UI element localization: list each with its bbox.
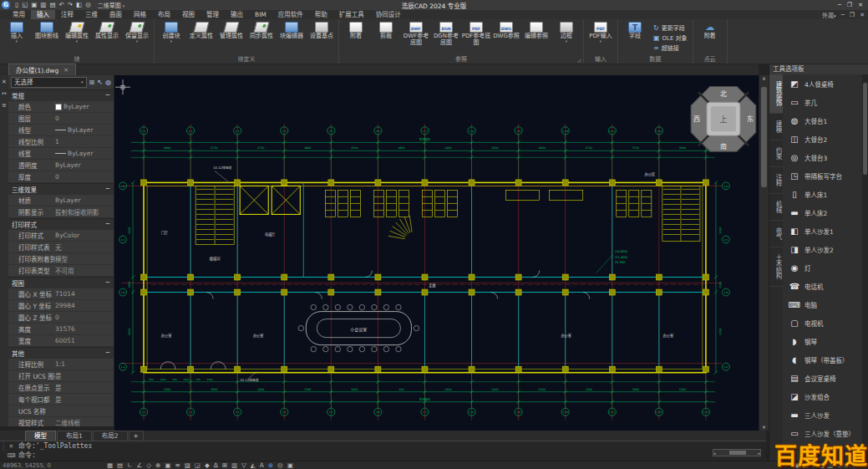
isometric-drafting-icon[interactable]: ◇	[146, 461, 151, 469]
command-window[interactable]: ⁞⁞ ✕ ⌨ 命令:'_ToolPalettes 命令: ◂ ▸	[0, 441, 766, 461]
palette-tab-电气[interactable]: 电气	[769, 221, 783, 247]
section-header-其他[interactable]: 其他−	[8, 347, 114, 359]
property-value[interactable]: 1:1	[55, 360, 114, 368]
ribbon-tab-视图[interactable]: 视图	[176, 10, 201, 19]
selection-cycling-icon[interactable]: ◲	[195, 461, 201, 469]
document-tab[interactable]: 办公楼(1).dwg ✕	[8, 64, 76, 75]
grid-display-icon[interactable]: ▤	[117, 461, 123, 469]
scrollbar-thumb[interactable]	[863, 83, 867, 175]
object-snap-icon[interactable]: ▣	[165, 461, 170, 469]
section-header-视图[interactable]: 视图−	[8, 277, 114, 288]
palette-tab-建筑装饰[interactable]: 建筑装饰	[769, 74, 783, 114]
ribbon-button-管理属性[interactable]: 管理属性	[216, 20, 246, 55]
ribbon-button-创建块[interactable]: 创建块▾	[156, 20, 186, 55]
palette-tab-机械[interactable]: 机械	[769, 194, 783, 221]
palette-item-沙发组合[interactable]: ◪沙发组合	[783, 387, 862, 405]
workspace-gear-icon[interactable]: ◎	[85, 0, 91, 10]
property-value[interactable]: ByLayer	[55, 103, 114, 110]
maximize-button[interactable]: ❐	[847, 2, 852, 8]
palette-item-单人沙发1[interactable]: ◧单人沙发1	[783, 222, 862, 240]
ribbon-button-块编辑器[interactable]: 块编辑器	[277, 20, 307, 55]
open-file-icon[interactable]: ◱	[22, 0, 28, 10]
property-value[interactable]: 60051	[55, 337, 114, 344]
collapse-icon[interactable]: −	[105, 349, 110, 358]
doc-restore-button[interactable]: ❐	[850, 12, 855, 18]
viewcube-north[interactable]: 北	[720, 90, 727, 98]
viewcube-east[interactable]: 东	[747, 115, 754, 123]
section-header-打印样式[interactable]: 打印样式−	[8, 218, 114, 230]
ribbon-tab-曲面[interactable]: 曲面	[104, 10, 128, 19]
property-value[interactable]: 29984	[55, 302, 114, 309]
collapse-icon[interactable]: −	[105, 91, 110, 100]
workspace-dropdown[interactable]: 二维草图▾	[98, 1, 125, 9]
plot-icon[interactable]: ▤	[49, 0, 55, 10]
ribbon-button-图块断线[interactable]: 图块断线	[32, 20, 62, 55]
select-objects-icon[interactable]: ↖	[97, 79, 103, 86]
transparency-icon[interactable]: ▨	[185, 461, 190, 469]
property-value[interactable]: ByLayer	[55, 150, 114, 157]
palette-tab-约束[interactable]: 约束	[769, 140, 783, 167]
palette-item-三人沙发[interactable]: ▬三人沙发	[783, 405, 862, 424]
ribbon-tab-协同设计[interactable]: 协同设计	[370, 10, 407, 19]
layout-tab-布局1[interactable]: 布局1	[57, 431, 92, 441]
palette-item-大餐台1[interactable]: ◍大餐台1	[783, 111, 862, 130]
redo-icon[interactable]: ↷	[68, 0, 73, 10]
add-layout-button[interactable]: +	[129, 431, 144, 441]
property-value[interactable]: ByLayer	[55, 126, 114, 134]
3d-object-snap-icon[interactable]: ◆	[205, 461, 210, 469]
ribbon-button-编辑属性[interactable]: 编辑属性▾	[62, 20, 92, 55]
palette-item-大餐台3[interactable]: ◎大餐台3	[783, 148, 862, 166]
property-value[interactable]: 是	[55, 383, 114, 392]
close-button[interactable]: ✕	[858, 2, 863, 8]
ribbon-tab-网格[interactable]: 网格	[128, 10, 152, 19]
viewcube-up[interactable]: 上	[719, 115, 727, 124]
palette-item-单人床1[interactable]: ▯单人床1	[783, 185, 862, 203]
dynamic-input-icon[interactable]: ⊞	[222, 461, 227, 469]
ribbon-button-同步属性[interactable]: 同步属性	[246, 20, 277, 55]
ribbon-button-OLE 对象[interactable]: ▣OLE 对象	[650, 33, 691, 42]
save-as-icon[interactable]: ▥	[40, 0, 46, 10]
palette-item-单人沙发2[interactable]: ◨单人沙发2	[783, 240, 862, 258]
doc-minimize-button[interactable]: ─	[841, 12, 845, 18]
undo-icon[interactable]: ↶	[59, 0, 64, 10]
scroll-up-icon[interactable]: ▲	[759, 75, 769, 80]
palette-item-钢琴（带盖板）[interactable]: ◖钢琴（带盖板）	[783, 350, 862, 369]
palette-item-电脑[interactable]: ⌨电脑	[783, 295, 862, 314]
ribbon-tab-常用[interactable]: 常用	[7, 10, 31, 19]
palette-item-单人床2[interactable]: ▬单人床2	[783, 203, 862, 222]
object-snap-tracking-icon[interactable]: ⊕	[155, 461, 160, 469]
palette-item-电话机[interactable]: ☎电话机	[783, 277, 862, 295]
match-properties-icon[interactable]: ◧	[76, 0, 82, 10]
isolate-objects-icon[interactable]: ◎	[277, 461, 283, 469]
quick-select-icon[interactable]: ◍	[105, 79, 111, 86]
pickadd-toggle-icon[interactable]: ⊞	[89, 79, 95, 86]
polar-tracking-icon[interactable]: ∠	[136, 461, 142, 469]
horizontal-scrollbar[interactable]: ◂ ▸	[713, 449, 761, 456]
ribbon-button-编辑参照[interactable]: 编辑参照	[521, 20, 551, 55]
layout-tab-模型[interactable]: 模型	[25, 431, 56, 441]
property-value[interactable]: 是	[55, 395, 114, 404]
layout-tab-布局2[interactable]: 布局2	[93, 431, 128, 441]
property-value[interactable]: 31576	[55, 325, 114, 333]
drawing-canvas[interactable]: 5390060003750675048004500480042004500480…	[114, 75, 759, 431]
ribbon-tab-应用软件[interactable]: 应用软件	[272, 10, 309, 19]
property-value[interactable]: 1	[55, 138, 114, 145]
section-header-三维效果[interactable]: 三维效果−	[8, 183, 114, 195]
close-icon[interactable]: ✕	[63, 67, 69, 74]
ribbon-tab-输出[interactable]: 输出	[225, 10, 249, 19]
ribbon-button-PDF输入[interactable]: PDFPDF输入▾	[586, 20, 616, 55]
property-value[interactable]: 是	[55, 371, 114, 380]
property-value[interactable]: 投射和接收阴影	[55, 207, 114, 217]
property-value[interactable]: 0	[55, 115, 114, 122]
property-value[interactable]: 0	[55, 173, 114, 181]
palette-item-带隔板写字台[interactable]: ◳带隔板写字台	[783, 166, 862, 185]
annotation-visibility-icon[interactable]: ◭	[251, 461, 256, 469]
ribbon-tab-扩展工具[interactable]: 扩展工具	[333, 10, 370, 19]
property-value[interactable]: ByColor	[55, 232, 114, 239]
scroll-down-icon[interactable]: ▼	[759, 425, 769, 430]
dynamic-ucs-icon[interactable]: ∆	[214, 461, 218, 469]
viewcube-south[interactable]: 南	[720, 142, 727, 150]
view-cube[interactable]: 北 西 东 南 上	[691, 86, 756, 151]
quick-properties-icon[interactable]: ▥	[231, 461, 237, 469]
ribbon-button-PDF参考底图[interactable]: PDFPDF参考底图	[461, 20, 491, 55]
